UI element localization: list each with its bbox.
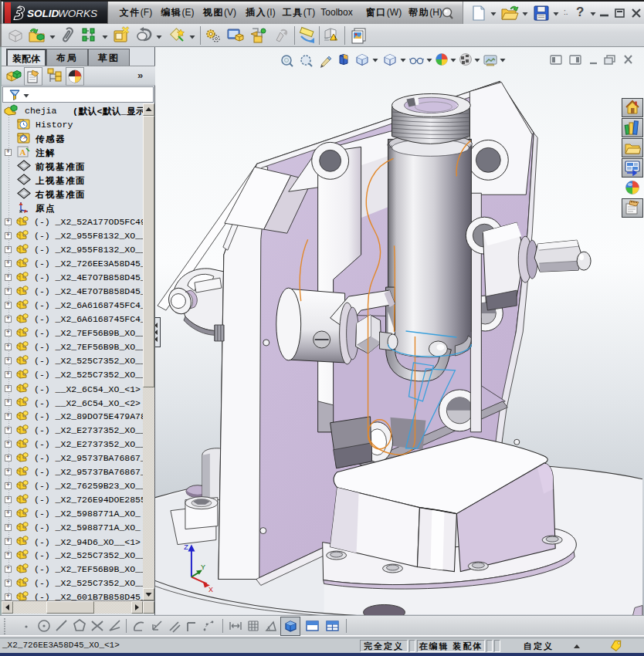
svg-text:WORKS: WORKS	[58, 8, 97, 19]
svg-text:A: A	[20, 147, 26, 157]
svg-text:Z: Z	[184, 543, 188, 552]
svg-text:SOLID: SOLID	[27, 8, 59, 19]
svg-text:X: X	[208, 586, 213, 594]
svg-text:Y: Y	[201, 563, 205, 572]
svg-text:!: !	[334, 36, 336, 41]
